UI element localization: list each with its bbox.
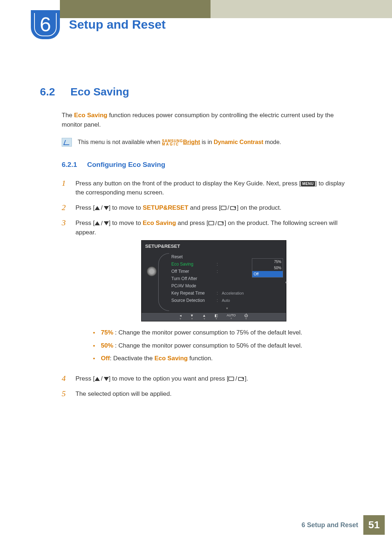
osd-item-key-repeat: Key Repeat Time	[171, 290, 217, 296]
osd-nav-auto: AUTO▾	[226, 314, 236, 320]
source-enter-icon: /	[221, 203, 237, 213]
svg-rect-2	[209, 221, 214, 225]
subsection-title: Configuring Eco Saving	[87, 160, 165, 170]
step-2: 2 Press [/] to move to SETUP&RESET and p…	[62, 203, 352, 213]
dynamic-contrast-label: Dynamic Contrast	[214, 139, 264, 145]
step-5: 5 The selected option will be applied.	[62, 389, 352, 399]
osd-item-reset: Reset	[171, 254, 217, 260]
osd-title: SETUP&RESET	[142, 241, 286, 252]
osd-option-50: 50%	[252, 265, 283, 271]
eco-saving-label: Eco Saving	[143, 219, 176, 226]
osd-nav-power: ⏻▾	[244, 314, 248, 320]
setup-reset-label: SETUP&RESET	[143, 204, 188, 211]
bullet-50: ●50% : Change the monitor power consumpt…	[93, 341, 352, 350]
osd-item-off-timer: Off Timer	[171, 268, 217, 275]
source-enter-icon: /	[208, 219, 225, 228]
section-title: Eco Saving	[70, 83, 129, 100]
note-icon	[62, 138, 72, 147]
up-down-icon: /	[95, 219, 109, 228]
up-down-icon: /	[95, 203, 109, 213]
osd-value-acceleration: Acceleration	[222, 290, 244, 296]
osd-nav-down: ▼▾	[190, 314, 194, 320]
bullet-off: ●Off: Deactivate the Eco Saving function…	[93, 354, 352, 363]
osd-value-auto: Auto	[222, 297, 230, 304]
option-bullets: ●75% : Change the monitor power consumpt…	[93, 328, 352, 363]
osd-item-eco-saving: Eco Saving	[171, 261, 217, 267]
page-number: 51	[363, 515, 385, 535]
step-3: 3 Press [/] to move to Eco Saving and pr…	[62, 218, 352, 368]
source-enter-icon: /	[228, 374, 245, 383]
section-number: 6.2	[40, 83, 62, 100]
osd-nav-bar: ◂▾ ▼▾ ▲▾ ◧▾ AUTO▾ ⏻▾	[142, 312, 286, 321]
osd-option-75: 75%	[252, 259, 283, 265]
bright-label: Bright	[183, 139, 200, 145]
subsection-heading: 6.2.1 Configuring Eco Saving	[62, 160, 352, 170]
chevron-right-icon: ▸	[286, 279, 287, 285]
osd-item-pcav-mode: PC/AV Mode	[171, 283, 217, 289]
svg-rect-4	[229, 377, 234, 381]
osd-screenshot: SETUP&RESET Reset Eco Saving: Off Timer:	[141, 240, 286, 322]
page-footer: 6 Setup and Reset 51	[302, 515, 385, 535]
osd-nav-left: ◂▾	[180, 314, 181, 320]
gear-icon	[147, 266, 157, 276]
intro-feature: Eco Saving	[74, 112, 107, 119]
note: This menu is not available when SAMSUNGM…	[62, 138, 352, 147]
bullet-75: ●75% : Change the monitor power consumpt…	[93, 328, 352, 337]
svg-rect-0	[221, 206, 226, 210]
osd-nav-enter: ◧▾	[215, 314, 218, 320]
menu-key-badge: MENU	[301, 181, 315, 186]
osd-option-popup: 75% 50% Off	[252, 258, 283, 278]
osd-item-source-detection: Source Detection	[171, 297, 217, 304]
osd-option-off: Off	[252, 271, 283, 277]
intro-paragraph: The Eco Saving function reduces power co…	[62, 111, 352, 129]
samsung-magic-logo: SAMSUNGMAGIC	[162, 139, 183, 146]
step-list: 1 Press any button on the front of the p…	[62, 179, 352, 399]
chevron-down-icon: ▾	[171, 305, 282, 311]
subsection-number: 6.2.1	[62, 160, 81, 170]
section-heading: 6.2 Eco Saving	[40, 83, 352, 100]
step-1: 1 Press any button on the front of the p…	[62, 179, 352, 197]
up-down-icon: /	[95, 374, 109, 383]
footer-chapter-label: 6 Setup and Reset	[302, 520, 358, 530]
osd-item-turn-off-after: Turn Off After	[171, 275, 217, 282]
osd-nav-up: ▲▾	[203, 314, 206, 320]
step-4: 4 Press [/] to move to the option you wa…	[62, 374, 352, 383]
